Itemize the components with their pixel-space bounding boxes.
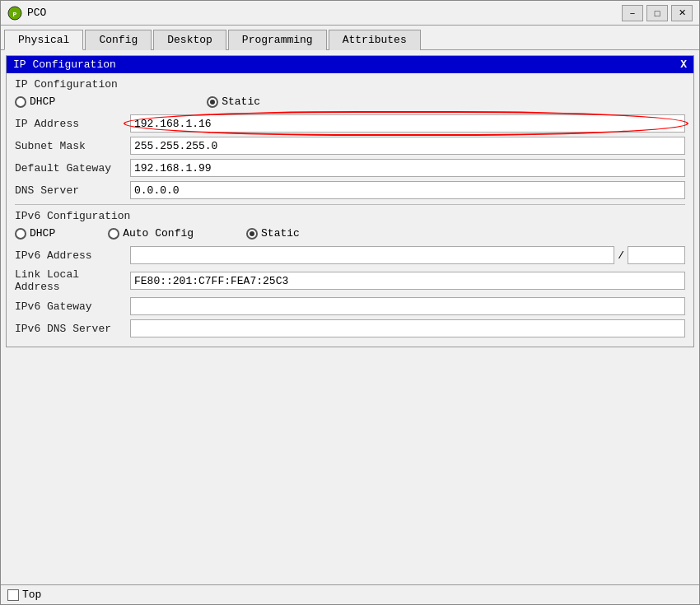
ipv6-dns-row: IPv6 DNS Server — [15, 319, 685, 337]
ip-config-header: IP Configuration X — [7, 56, 693, 73]
slash-separator: / — [614, 249, 628, 262]
ip-address-input[interactable] — [130, 114, 685, 133]
ipv6-auto-radio[interactable] — [108, 228, 119, 240]
subnet-mask-label: Subnet Mask — [15, 140, 130, 152]
main-window: P PCO − □ ✕ Physical Config Desktop Prog… — [0, 0, 700, 605]
top-checkbox-label: Top — [22, 589, 41, 601]
tab-config[interactable]: Config — [85, 30, 152, 50]
ipv4-dhcp-radio[interactable] — [15, 96, 26, 108]
ipv6-subsection-title: IPv6 Configuration — [15, 210, 685, 222]
ipv6-address-label: IPv6 Address — [15, 249, 130, 262]
ipv6-static-option[interactable]: Static — [246, 227, 300, 240]
maximize-button[interactable]: □ — [646, 5, 668, 21]
top-checkbox[interactable] — [7, 589, 19, 601]
ipv6-address-input[interactable] — [130, 246, 614, 264]
default-gateway-label: Default Gateway — [15, 162, 130, 175]
title-bar-controls: − □ ✕ — [622, 5, 693, 21]
ip-address-label: IP Address — [15, 118, 130, 130]
subnet-mask-row: Subnet Mask — [15, 137, 685, 155]
dns-server-label: DNS Server — [15, 184, 130, 197]
tab-attributes[interactable]: Attributes — [329, 30, 421, 50]
title-bar-title: PCO — [27, 7, 622, 19]
ipv6-prefix-input[interactable] — [628, 246, 685, 264]
tab-programming[interactable]: Programming — [228, 30, 327, 50]
ipv6-static-label: Static — [261, 227, 300, 240]
ipv4-dhcp-label: DHCP — [30, 95, 55, 108]
tab-bar: Physical Config Desktop Programming Attr… — [1, 26, 699, 50]
window-close-button[interactable]: ✕ — [671, 5, 693, 21]
ipv6-static-radio[interactable] — [246, 228, 258, 240]
link-local-label: Link Local Address — [15, 268, 130, 293]
ipv6-dns-label: IPv6 DNS Server — [15, 323, 130, 335]
tab-physical[interactable]: Physical — [4, 30, 83, 50]
ipv6-dns-input[interactable] — [130, 319, 685, 337]
dns-server-row: DNS Server — [15, 181, 685, 199]
content-spacer — [6, 351, 694, 579]
ipv4-static-option[interactable]: Static — [207, 95, 260, 108]
ipv6-auto-option[interactable]: Auto Config — [108, 227, 194, 240]
minimize-button[interactable]: − — [622, 5, 643, 21]
ipv6-address-container: / — [130, 246, 685, 264]
ipv4-mode-row: DHCP Static — [15, 95, 685, 108]
default-gateway-row: Default Gateway — [15, 159, 685, 177]
ipv6-auto-label: Auto Config — [123, 227, 194, 240]
link-local-input[interactable] — [130, 272, 685, 290]
subnet-mask-input[interactable] — [130, 137, 685, 155]
top-checkbox-container[interactable]: Top — [7, 589, 41, 601]
ipv4-static-label: Static — [222, 95, 260, 108]
ip-config-panel: IP Configuration X IP Configuration DHCP… — [6, 55, 694, 347]
app-icon: P — [7, 6, 22, 21]
ipv6-mode-row: DHCP Auto Config Static — [15, 227, 685, 240]
ipv6-dhcp-label: DHCP — [30, 227, 55, 240]
ipv4-static-radio[interactable] — [207, 96, 218, 108]
ipv6-gateway-row: IPv6 Gateway — [15, 297, 685, 315]
content-area: IP Configuration X IP Configuration DHCP… — [1, 50, 699, 584]
ipv6-gateway-label: IPv6 Gateway — [15, 300, 130, 313]
ip-address-row: IP Address — [15, 114, 685, 133]
ipv4-subsection-title: IP Configuration — [15, 78, 685, 91]
ipv6-dhcp-option[interactable]: DHCP — [15, 227, 55, 240]
ipv6-dhcp-radio[interactable] — [15, 228, 26, 240]
ipv4-dhcp-option[interactable]: DHCP — [15, 95, 55, 108]
dns-server-input[interactable] — [130, 181, 685, 199]
link-local-row: Link Local Address — [15, 268, 685, 293]
tab-desktop[interactable]: Desktop — [153, 30, 226, 50]
title-bar: P PCO − □ ✕ — [1, 1, 699, 26]
svg-text:P: P — [13, 11, 17, 18]
ip-config-inner: IP Configuration DHCP Static IP Address — [7, 73, 693, 347]
ipv6-address-row: IPv6 Address / — [15, 246, 685, 264]
section-divider — [15, 204, 685, 205]
ipv6-gateway-input[interactable] — [130, 297, 685, 315]
ip-config-close-btn[interactable]: X — [680, 58, 687, 71]
bottom-bar: Top — [1, 584, 699, 604]
default-gateway-input[interactable] — [130, 159, 685, 177]
ip-config-header-title: IP Configuration — [13, 58, 116, 71]
